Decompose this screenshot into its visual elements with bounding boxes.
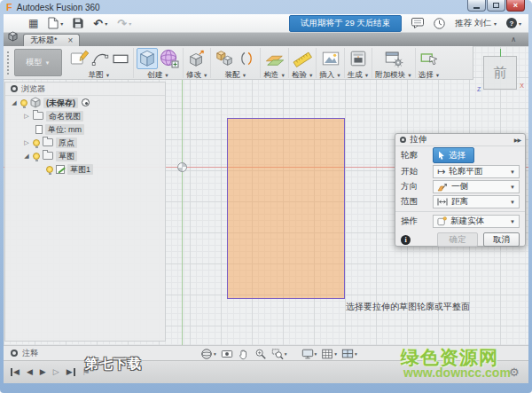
dialog-header[interactable]: 拉伸 ▶▶ [395,134,525,146]
tree-item-sketches[interactable]: ◢ 草图 [5,149,165,162]
profile-select-button[interactable]: 选择 [433,147,474,163]
help-menu-button[interactable]: ?▾ [506,18,521,28]
minimize-button[interactable] [467,0,486,12]
account-menu-button[interactable]: 推荐 刘仁▾ [455,18,497,29]
extent-dropdown[interactable]: 距离 ▼ [433,195,520,208]
data-panel-icon[interactable]: ▦ [28,18,38,28]
create-form-button[interactable] [159,48,180,69]
expand-toggle-icon[interactable]: ▷ [23,113,30,119]
addins-button[interactable] [383,48,404,69]
zoom-button[interactable] [254,347,268,360]
group-label-select[interactable]: 选择▼ [419,70,440,81]
tree-item-label[interactable]: (未保存) [43,98,78,108]
activate-component-icon[interactable] [82,98,90,106]
joint-button[interactable] [236,48,257,69]
group-label-sketch[interactable]: 草图▼ [89,70,110,81]
expand-toggle-icon[interactable]: ◢ [11,99,18,106]
job-status-button[interactable] [434,18,445,29]
tree-item-label[interactable]: 命名视图 [46,111,83,122]
timeline-step-forward-button[interactable]: ▷ [53,368,59,376]
document-tab[interactable]: 无标题* × [23,34,80,46]
expand-toggle-icon[interactable]: ◢ [23,153,30,159]
tree-item-label[interactable]: 草图 [56,151,77,161]
timeline-go-to-end-button[interactable]: ▶ [66,368,75,376]
info-icon[interactable]: i [401,235,411,245]
toolbar-grip[interactable] [7,51,12,75]
new-component-button[interactable] [214,48,235,69]
undo-button[interactable]: ↶▾ [93,18,107,29]
sketch-icon [69,49,89,68]
tree-item-label[interactable]: 草图1 [67,164,93,175]
origin-point-marker[interactable] [177,162,187,172]
group-label-make[interactable]: 生成▼ [348,70,369,81]
close-button[interactable]: × [506,0,525,12]
visibility-bulb-icon[interactable] [33,139,40,146]
cancel-button[interactable]: 取消 [483,232,520,247]
display-settings-button[interactable]: ▾ [301,347,318,360]
extent-label: 范围 [401,196,433,208]
direction-dropdown[interactable]: 一侧 ▼ [433,180,520,193]
press-pull-button[interactable] [186,48,207,69]
trial-countdown-button[interactable]: 试用期将于 29 天后结束 [289,15,402,32]
view-cube[interactable]: 前 X Z [483,56,517,90]
dialog-expand-icon[interactable]: ▶▶ [514,137,520,143]
construct-plane-button[interactable] [264,48,286,69]
visibility-bulb-icon[interactable] [46,166,53,173]
operation-dropdown[interactable]: 新建实体 ▼ [433,215,520,228]
look-at-button[interactable] [220,347,234,360]
make-button[interactable] [348,48,369,69]
save-button[interactable] [73,18,83,28]
tree-item-label[interactable]: 单位: mm [45,124,84,135]
timeline-play-button[interactable]: ▶ [40,368,46,376]
insert-image-button[interactable] [320,48,341,69]
extrude-icon [137,49,157,68]
notifications-button[interactable] [411,18,424,28]
browser-settings-icon[interactable] [11,85,18,92]
dialog-gear-icon[interactable] [400,137,406,143]
expand-toggle-icon[interactable]: ▷ [23,139,30,145]
timeline-go-to-start-button[interactable]: ◀ [11,368,20,376]
tree-item-document[interactable]: ◢ (未保存) [5,96,165,109]
maximize-button[interactable] [487,0,505,12]
view-cube-face-label[interactable]: 前 [494,65,507,82]
navigation-toolbar: ▾ ▾ ▾ [200,347,358,360]
tree-item-units[interactable]: 单位: mm [5,122,165,136]
measure-button[interactable] [292,48,313,69]
group-label-addins[interactable]: 附加模块▼ [375,70,411,81]
group-label-inspect[interactable]: 检验▼ [292,70,313,81]
start-dropdown[interactable]: ↦ 轮廓平面 ▼ [433,165,520,178]
comments-gear-icon[interactable] [11,350,18,357]
timeline-step-back-button[interactable]: ◀ [27,368,33,376]
tree-item-origin[interactable]: ▷ 原点 [5,136,165,149]
zoom-window-button[interactable]: ▾ [270,347,288,360]
tree-item-label[interactable]: 原点 [56,138,77,148]
viewport-canvas[interactable]: 选择要拉伸的草图轮廓或平整面 前 X Z 浏览器 ◢ (未保存) [4,46,528,345]
file-menu-button[interactable]: ▾ [48,17,63,29]
group-label-assemble[interactable]: 装配▼ [225,70,246,81]
visibility-bulb-icon[interactable] [33,153,40,160]
viewports-button[interactable]: ▾ [340,347,358,360]
ok-button[interactable]: 确定 [437,232,478,247]
comments-label[interactable]: 注释 [22,348,38,359]
group-label-create[interactable]: 创建▼ [147,70,168,81]
tree-item-named-views[interactable]: ▷ 命名视图 [5,109,165,122]
toolbar-collapse-icon[interactable]: ∧ [511,35,516,43]
extrude-button[interactable] [137,48,158,69]
tab-close-icon[interactable]: × [68,36,74,45]
sketch-profile-rectangle[interactable] [227,118,345,299]
grid-settings-button[interactable]: ▾ [320,347,338,360]
redo-button[interactable]: ↷▾ [117,18,131,29]
rectangle-tool-button[interactable] [111,48,130,69]
pan-button[interactable] [237,347,251,360]
create-sketch-button[interactable] [68,48,90,69]
select-button[interactable] [419,48,440,69]
group-label-construct[interactable]: 构造▼ [263,70,285,81]
arc-tool-button[interactable] [90,48,110,69]
group-label-insert[interactable]: 插入▼ [319,70,340,81]
workspace-menu-button[interactable]: 模型▼ [14,49,62,76]
orbit-button[interactable]: ▾ [200,347,217,360]
orbit-icon [200,348,213,360]
group-label-modify[interactable]: 修改▼ [186,70,207,81]
tree-item-sketch1[interactable]: 草图1 [5,162,165,176]
visibility-bulb-icon[interactable] [20,99,27,106]
